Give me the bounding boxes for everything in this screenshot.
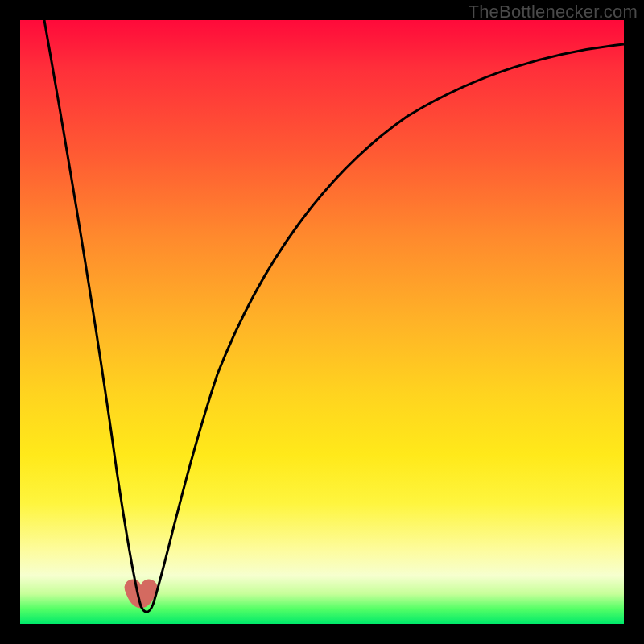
bottleneck-curve-svg — [20, 20, 624, 624]
chart-frame: TheBottlenecker.com — [0, 0, 644, 644]
watermark-text: TheBottlenecker.com — [469, 2, 638, 23]
bottleneck-curve — [44, 20, 624, 612]
plot-area — [20, 20, 624, 624]
minimum-marker — [133, 588, 149, 600]
